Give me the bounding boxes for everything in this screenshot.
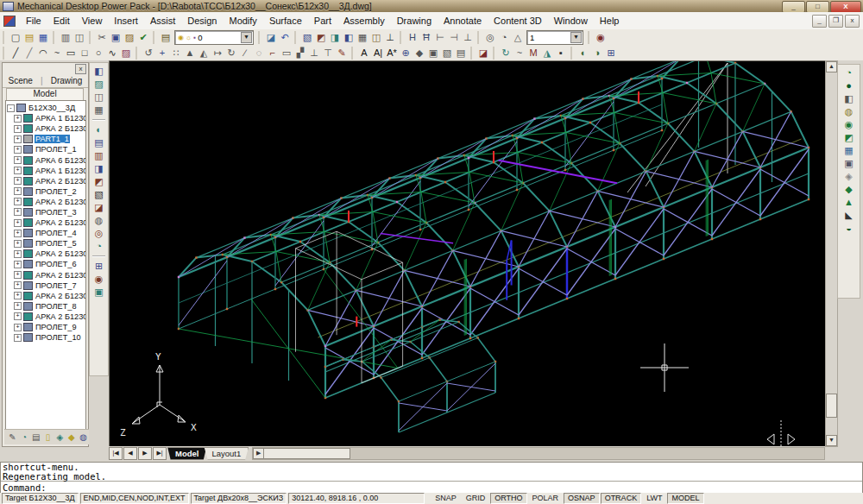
expander-icon[interactable]: + [14, 167, 22, 174]
tree-item-пролет_2[interactable]: +ПРОЛЕТ_2 [14, 186, 85, 197]
update-part-icon[interactable]: ◨ [328, 31, 342, 44]
new-part-icon[interactable]: ◐ [91, 123, 106, 136]
matchprops-icon[interactable]: ✔ [136, 31, 150, 44]
menu-part[interactable]: Part [308, 14, 337, 28]
power-edit-icon[interactable]: Ħ [419, 31, 433, 44]
array-icon[interactable]: ↦ [211, 47, 224, 60]
dim-style-combo[interactable]: 1▼ [526, 30, 583, 45]
menu-drawing[interactable]: Drawing [391, 14, 438, 28]
dim-vertical-icon[interactable]: ⊣ [447, 31, 461, 44]
offset-icon[interactable]: ◭ [197, 47, 211, 60]
tree-item-пролет_1[interactable]: +ПРОЛЕТ_1 [14, 144, 85, 154]
print-preview-icon[interactable]: ◫ [72, 31, 86, 44]
sphere-render-icon[interactable]: ● [841, 79, 856, 92]
tree-item-арка 1 б1230_1[interactable]: +АРКА 1 Б1230_1 [14, 113, 85, 123]
animation-icon[interactable]: ◒ [841, 222, 856, 235]
tree-item-арка 2 б1230_3[interactable]: +АРКА 2 Б1230_3 [14, 197, 85, 207]
copy-icon[interactable]: ▣ [109, 31, 123, 44]
zoom-icon[interactable]: ⊕ [399, 47, 413, 60]
toggle-snap[interactable]: SNAP [431, 493, 461, 504]
mdi-restore-button[interactable]: ❐ [828, 15, 843, 28]
expander-icon[interactable]: + [14, 302, 22, 310]
menu-annotate[interactable]: Annotate [438, 14, 488, 28]
mech-m-icon[interactable]: M [526, 47, 540, 60]
spline-icon[interactable]: ∿ [105, 47, 119, 60]
menu-help[interactable]: Help [594, 14, 626, 28]
chamfer-icon[interactable]: ⊥ [307, 47, 321, 60]
move-icon[interactable]: + [155, 47, 169, 60]
toggle-otrack[interactable]: OTRACK [601, 493, 642, 504]
extrude-icon[interactable]: ◨ [91, 162, 106, 175]
scroll-down-icon[interactable]: ▼ [826, 435, 837, 446]
visibility-icon[interactable]: ▧ [300, 31, 314, 44]
expander-icon[interactable]: + [14, 177, 22, 185]
line-icon[interactable]: ╱ [9, 47, 22, 60]
expander-icon[interactable]: + [14, 261, 22, 268]
fillet3d-icon[interactable]: ◪ [91, 201, 106, 214]
update-icon[interactable]: ◔ [19, 431, 30, 444]
expander-icon[interactable]: + [14, 146, 22, 154]
scene-light-icon[interactable]: ◧ [841, 92, 856, 105]
edit-icon[interactable]: ✎ [7, 431, 18, 444]
expander-icon[interactable]: + [14, 312, 22, 320]
sheet-icon[interactable]: ▤ [454, 47, 468, 60]
layers-icon[interactable]: ▤ [159, 31, 173, 44]
menu-file[interactable]: File [20, 14, 47, 28]
tree-item-арка 2 б1230_1[interactable]: +АРКА 2 Б1230_1 [14, 123, 85, 134]
expander-icon[interactable]: - [7, 104, 15, 112]
revolve-icon[interactable]: ◩ [91, 175, 106, 188]
tree-item-пролет_7[interactable]: +ПРОЛЕТ_7 [14, 280, 85, 291]
viewport-icon[interactable]: ▧ [440, 47, 454, 60]
browser-icon[interactable]: ▨ [91, 78, 106, 91]
expander-icon[interactable]: + [14, 281, 22, 289]
spotlight-icon[interactable]: ◉ [841, 118, 856, 131]
work-axis-icon[interactable]: ◉ [91, 273, 106, 286]
text-style-icon[interactable]: A* [385, 47, 399, 60]
scroll-right-icon[interactable]: ▶ [253, 448, 264, 459]
menu-modify[interactable]: Modify [223, 14, 262, 28]
fillet-icon[interactable]: ⊤ [321, 47, 335, 60]
chevron-down-icon[interactable]: ▼ [570, 32, 582, 43]
pan-icon[interactable]: ◆ [413, 47, 426, 60]
circle-icon[interactable]: ○ [91, 47, 105, 60]
new-file-icon[interactable]: ▢ [9, 31, 22, 44]
grid-icon[interactable]: ⊞ [604, 47, 618, 60]
layer-combo[interactable]: ◉☼▪0▼ [174, 30, 254, 45]
toolbody-icon[interactable]: ▦ [356, 31, 369, 44]
sphere-icon[interactable]: ◐ [576, 47, 590, 60]
rotate-view-icon[interactable]: ↻ [499, 47, 513, 60]
tree-item-арка 6 б1230_1[interactable]: +АРКА 6 Б1230_1 [14, 154, 85, 165]
expander-icon[interactable]: + [14, 324, 22, 331]
menu-assembly[interactable]: Assembly [337, 14, 391, 28]
print-icon[interactable]: ▥ [59, 31, 72, 44]
tree-item-пролет_6[interactable]: +ПРОЛЕТ_6 [14, 259, 85, 269]
assist-icon[interactable]: ◆ [66, 431, 78, 444]
snap-from-icon[interactable]: ◎ [483, 31, 497, 44]
drawing-viewport[interactable]: YXZ [109, 60, 827, 447]
open-file-icon[interactable]: ▤ [22, 31, 36, 44]
tab-model-browser[interactable]: Model [6, 88, 84, 100]
command-prompt[interactable]: Command: [1, 482, 862, 494]
expander-icon[interactable]: + [14, 187, 22, 195]
tab-scene[interactable]: Scene [5, 75, 36, 86]
expander-icon[interactable]: + [14, 156, 22, 164]
make-layer-icon[interactable]: ◪ [264, 31, 278, 44]
menu-edit[interactable]: Edit [47, 14, 76, 28]
sketch-icon[interactable]: ▤ [91, 136, 106, 149]
paste-icon[interactable]: ▨ [123, 31, 136, 44]
vertical-scrollbar[interactable]: ▲ ▼ [825, 60, 838, 447]
tree-item-part1_1[interactable]: +PART1_1 [14, 134, 85, 144]
menu-insert[interactable]: Insert [108, 14, 144, 28]
tree-item-арка 2 б1230_9[interactable]: +АРКА 2 Б1230_9 [14, 312, 85, 322]
catalog-icon[interactable]: ◫ [369, 31, 383, 44]
landscape-icon[interactable]: ◆ [841, 183, 856, 196]
dim-update-icon[interactable]: ◉ [594, 31, 608, 44]
rotate-icon[interactable]: ↻ [224, 47, 238, 60]
menu-content-3d[interactable]: Content 3D [488, 14, 548, 28]
erase-icon[interactable]: ↺ [142, 47, 155, 60]
text-align-icon[interactable]: A| [371, 47, 385, 60]
chamfer3d-icon[interactable]: ◍ [91, 214, 106, 227]
expander-icon[interactable]: + [14, 334, 22, 342]
document-icon[interactable] [3, 16, 16, 27]
menu-view[interactable]: View [76, 14, 109, 28]
